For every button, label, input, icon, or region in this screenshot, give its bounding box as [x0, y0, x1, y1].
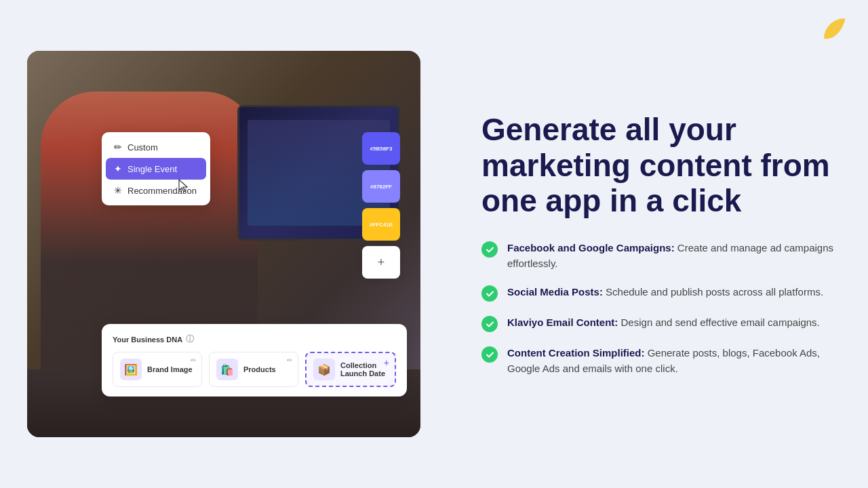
- feature-item-social-media: Social Media Posts: Schedule and publish…: [481, 285, 834, 302]
- products-icon: 🛍️: [216, 359, 238, 380]
- feature-bold-social-media: Social Media Posts:: [507, 286, 603, 298]
- feature-list: Facebook and Google Campaigns: Create an…: [481, 241, 834, 376]
- feature-bold-klaviyo: Klaviyo Email Content:: [507, 317, 618, 328]
- dna-title: Your Business DNA ⓘ: [113, 333, 396, 345]
- menu-item-custom-label: Custom: [127, 142, 158, 152]
- feature-item-fb-google: Facebook and Google Campaigns: Create an…: [481, 241, 834, 271]
- cursor: [178, 178, 190, 193]
- collection-launch-icon: 📦: [313, 359, 335, 380]
- color-label-2: #8782FF: [370, 184, 392, 190]
- feature-bold-fb-google: Facebook and Google Campaigns:: [507, 242, 675, 253]
- menu-item-single-event[interactable]: ✦ Single Event: [106, 158, 206, 180]
- feature-item-content-creation: Content Creation Simplified: Generate po…: [481, 346, 834, 376]
- logo: [819, 15, 848, 43]
- products-label: Products: [243, 365, 276, 373]
- check-icon-fb-google: [481, 241, 498, 258]
- asterisk-icon: ✳: [114, 185, 122, 196]
- color-swatch-purple[interactable]: #5B58F3: [362, 132, 400, 165]
- feature-bold-content-creation: Content Creation Simplified:: [507, 347, 645, 359]
- collection-launch-plus-icon: +: [384, 357, 389, 368]
- screenshot-card: ✏ Custom ✦ Single Event ✳ Recommendation: [27, 51, 420, 437]
- check-icon-social-media: [481, 285, 498, 302]
- check-icon-content-creation: [481, 346, 498, 363]
- brand-image-label: Brand Image: [147, 365, 193, 373]
- check-icon-klaviyo: [481, 316, 498, 332]
- feature-text-content-creation: Content Creation Simplified: Generate po…: [507, 346, 834, 376]
- collection-launch-label: Collection Launch Date: [340, 361, 388, 378]
- dna-info-icon: ⓘ: [186, 333, 194, 345]
- feature-desc-klaviyo: Design and send effective email campaign…: [618, 317, 819, 328]
- feature-desc-social-media: Schedule and publish posts across all pl…: [603, 286, 823, 298]
- dna-title-text: Your Business DNA: [113, 336, 182, 344]
- feature-item-klaviyo: Klaviyo Email Content: Design and send e…: [481, 315, 834, 332]
- color-label-1: #5B58F3: [370, 146, 393, 152]
- brand-image-icon: 🖼️: [120, 359, 142, 380]
- color-swatch-yellow[interactable]: #FFC41E: [362, 208, 400, 241]
- dna-items-container: 🖼️ Brand Image ✏ 🛍️ Products ✏ 📦 Collect…: [113, 352, 396, 387]
- color-add-label: +: [378, 256, 385, 270]
- feature-text-klaviyo: Klaviyo Email Content: Design and send e…: [507, 315, 820, 331]
- dna-item-collection-launch[interactable]: 📦 Collection Launch Date +: [305, 352, 396, 387]
- dna-item-products[interactable]: 🛍️ Products ✏: [209, 352, 298, 387]
- feature-text-fb-google: Facebook and Google Campaigns: Create an…: [507, 241, 834, 271]
- right-panel: Generate all your marketing content from…: [448, 85, 868, 404]
- overlay-ui: ✏ Custom ✦ Single Event ✳ Recommendation: [27, 51, 420, 437]
- left-panel: ✏ Custom ✦ Single Event ✳ Recommendation: [0, 0, 448, 488]
- color-swatch-add[interactable]: +: [362, 246, 400, 279]
- color-label-3: #FFC41E: [370, 222, 393, 228]
- sparkle-icon: ✦: [114, 163, 122, 174]
- brand-image-edit-icon: ✏: [191, 357, 196, 364]
- feature-text-social-media: Social Media Posts: Schedule and publish…: [507, 285, 823, 300]
- menu-item-recommendation[interactable]: ✳ Recommendation: [106, 180, 206, 201]
- menu-item-custom[interactable]: ✏ Custom: [106, 136, 206, 158]
- products-edit-icon: ✏: [287, 357, 292, 364]
- dna-item-brand-image[interactable]: 🖼️ Brand Image ✏: [113, 352, 202, 387]
- dna-card: Your Business DNA ⓘ 🖼️ Brand Image ✏ 🛍️ …: [102, 324, 407, 396]
- pencil-icon: ✏: [114, 142, 122, 152]
- menu-item-single-event-label: Single Event: [127, 164, 177, 174]
- color-swatches: #5B58F3 #8782FF #FFC41E +: [362, 132, 400, 279]
- dropdown-menu: ✏ Custom ✦ Single Event ✳ Recommendation: [102, 132, 210, 205]
- color-swatch-light-purple[interactable]: #8782FF: [362, 170, 400, 203]
- main-heading: Generate all your marketing content from…: [481, 112, 834, 220]
